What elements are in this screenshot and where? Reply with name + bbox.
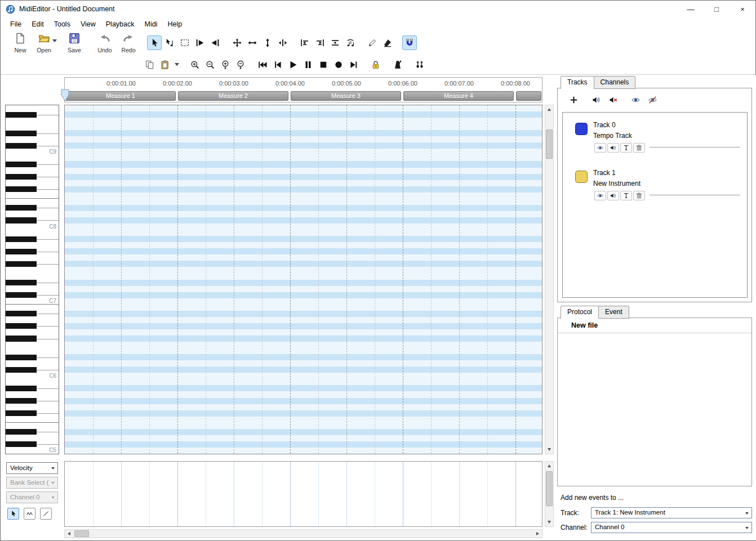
record-button[interactable] (331, 57, 346, 72)
metronome-button[interactable] (390, 57, 405, 72)
piano-key-white[interactable] (6, 168, 59, 174)
zoom-vertical-out-button[interactable] (233, 57, 248, 72)
scroll-up-button[interactable] (545, 105, 553, 114)
piano-key-white[interactable] (6, 404, 59, 410)
standard-tool-button[interactable] (147, 35, 162, 50)
tab-event[interactable]: Event (598, 306, 629, 319)
measure-header[interactable]: Measure 1 (65, 91, 176, 101)
target-channel-select[interactable]: Channel 0 (591, 522, 752, 533)
piano-key-black[interactable] (6, 367, 37, 373)
copy-button[interactable] (143, 57, 157, 72)
controller-select[interactable]: Bank Select ( (6, 477, 58, 489)
piano-key-white[interactable] (6, 348, 59, 354)
piano-key-white[interactable] (6, 423, 59, 429)
piano-key-white[interactable] (6, 242, 59, 248)
scroll-right-button[interactable] (533, 530, 542, 538)
piano-key-white[interactable] (6, 286, 59, 292)
piano-key-black[interactable] (6, 112, 37, 118)
piano-roll-grid[interactable] (64, 105, 542, 454)
unmute-all-tracks-button[interactable] (589, 93, 603, 106)
select-right-tool-button[interactable] (208, 35, 223, 50)
mode-select[interactable]: Velocity (6, 462, 58, 474)
piano-key-white[interactable] (6, 329, 59, 336)
align-left-tool-button[interactable] (297, 35, 312, 50)
measure-header-partial[interactable] (516, 91, 541, 101)
track-1-delete-button[interactable] (633, 191, 645, 200)
track-color-swatch[interactable] (575, 171, 588, 183)
scrollbar-track[interactable] (73, 530, 533, 538)
piano-key-black[interactable] (6, 162, 37, 167)
track-item[interactable]: Track 1New Instrument (563, 163, 747, 211)
piano-key-white[interactable] (6, 199, 59, 205)
track-1-visible-button[interactable] (594, 191, 606, 200)
menu-item-view[interactable]: View (75, 19, 101, 30)
piano-key-black[interactable] (6, 261, 37, 267)
piano-key-white[interactable] (6, 124, 59, 130)
piano-key-black[interactable] (6, 143, 37, 149)
piano-key-black[interactable] (6, 236, 37, 242)
playback-cursor-marker[interactable] (61, 89, 69, 104)
align-right-tool-button[interactable] (313, 35, 327, 50)
piano-key-white[interactable] (6, 230, 59, 236)
horizontal-scrollbar[interactable] (64, 529, 542, 538)
minimize-button[interactable]: — (678, 1, 704, 17)
piano-key-black[interactable] (6, 429, 37, 435)
dropdown-arrow-icon[interactable] (52, 39, 57, 42)
piano-key-white[interactable] (6, 180, 59, 186)
measure-header[interactable]: Measure 2 (178, 91, 288, 101)
mute-all-tracks-button[interactable] (606, 93, 620, 106)
add-track-button[interactable] (567, 93, 580, 106)
piano-key-white[interactable] (6, 193, 59, 199)
track-0-audible-button[interactable] (607, 143, 619, 153)
measure-header[interactable]: Measure 4 (403, 91, 514, 101)
piano-key-black[interactable] (6, 249, 37, 254)
piano-key-white[interactable] (6, 391, 59, 397)
back-button[interactable] (270, 57, 285, 72)
magnet-tool-button[interactable] (402, 35, 417, 50)
piano-key-black[interactable] (6, 355, 37, 360)
paste-button[interactable] (158, 57, 172, 72)
misc-channel-select[interactable]: Channel 0 (6, 491, 58, 503)
track-0-rename-button[interactable] (620, 143, 632, 153)
piano-key-white[interactable] (6, 417, 59, 423)
menu-item-tools[interactable]: Tools (49, 19, 75, 30)
piano-key-black[interactable] (6, 311, 37, 316)
menu-item-help[interactable]: Help (162, 19, 187, 30)
target-track-select[interactable]: Track 1: New Instrument (591, 507, 752, 518)
tab-protocol[interactable]: Protocol (561, 306, 599, 319)
piano-key-black[interactable] (6, 131, 37, 136)
menu-item-file[interactable]: File (5, 19, 26, 30)
open-button[interactable]: Open (32, 32, 56, 54)
scrollbar-track[interactable] (545, 470, 553, 518)
misc-freehand-tool-button[interactable] (24, 508, 35, 520)
piano-key-black[interactable] (6, 280, 37, 285)
vertical-scrollbar[interactable] (545, 105, 554, 454)
piano-key-black[interactable] (6, 398, 37, 404)
track-item[interactable]: Track 0Tempo Track (563, 115, 747, 163)
pencil-tool-button[interactable] (365, 35, 380, 50)
piano-key-black[interactable] (6, 323, 37, 329)
piano-key-black[interactable] (6, 441, 37, 447)
piano-key-white[interactable] (6, 211, 59, 217)
scrollbar-thumb[interactable] (546, 471, 553, 506)
piano-key-black[interactable] (6, 217, 37, 223)
track-1-audible-button[interactable] (607, 191, 619, 200)
piano-key-white[interactable] (6, 155, 59, 161)
menu-item-midi[interactable]: Midi (140, 19, 163, 30)
scroll-up-button[interactable] (545, 462, 553, 470)
paste-dropdown-button[interactable] (173, 57, 180, 72)
protocol-item[interactable]: New file (558, 318, 751, 333)
piano-key-black[interactable] (6, 174, 37, 180)
track-color-swatch[interactable] (575, 123, 588, 135)
piano-key-white[interactable] (6, 342, 59, 348)
track-0-visible-button[interactable] (594, 143, 606, 153)
close-button[interactable]: × (730, 1, 755, 17)
move-vertical-tool-button[interactable] (260, 35, 275, 50)
piano-key-white[interactable] (6, 118, 59, 124)
tab-channels[interactable]: Channels (594, 76, 636, 89)
piano-key-black[interactable] (6, 386, 37, 391)
velocity-vertical-scrollbar[interactable] (545, 461, 554, 527)
piano-key-black[interactable] (6, 205, 37, 211)
piano-key-black[interactable] (6, 186, 37, 192)
forward-button[interactable] (346, 57, 361, 72)
